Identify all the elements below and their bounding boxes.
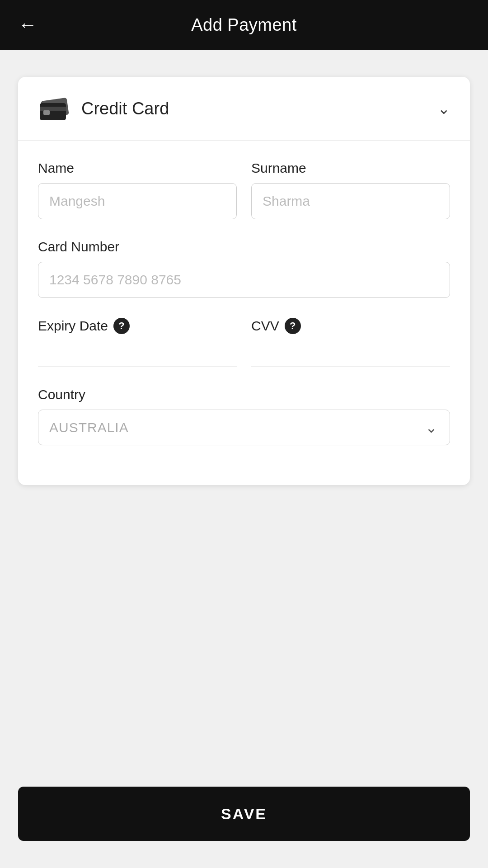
page-title: Add Payment	[191, 15, 297, 35]
credit-card-icon	[38, 97, 69, 120]
surname-group: Surname	[251, 160, 450, 219]
expiry-help-icon[interactable]: ?	[113, 318, 130, 334]
card-type-label: Credit Card	[81, 99, 169, 118]
form-section: Name Surname Card Number Expiry Date	[18, 141, 470, 485]
name-surname-row: Name Surname	[38, 160, 450, 219]
main-content: Credit Card ⌄ Name Surname Card Number	[0, 50, 488, 576]
cvv-label-row: CVV ?	[251, 318, 450, 334]
expiry-date-group: Expiry Date ?	[38, 318, 237, 367]
name-group: Name	[38, 160, 237, 219]
expiry-date-label: Expiry Date	[38, 318, 108, 334]
cvv-help-icon[interactable]: ?	[285, 318, 301, 334]
cvv-input[interactable]	[251, 341, 450, 367]
payment-card: Credit Card ⌄ Name Surname Card Number	[18, 77, 470, 485]
country-label: Country	[38, 387, 450, 402]
card-type-chevron-icon[interactable]: ⌄	[437, 99, 450, 118]
back-arrow-icon: ←	[18, 14, 37, 36]
card-number-group: Card Number	[38, 239, 450, 298]
name-input[interactable]	[38, 183, 237, 219]
expiry-cvv-row: Expiry Date ? CVV ?	[38, 318, 450, 367]
expiry-date-input[interactable]	[38, 341, 237, 367]
cvv-label: CVV	[251, 318, 279, 334]
name-label: Name	[38, 160, 237, 176]
country-group: Country AUSTRALIA UNITED STATES UNITED K…	[38, 387, 450, 445]
surname-input[interactable]	[251, 183, 450, 219]
surname-label: Surname	[251, 160, 450, 176]
save-button-container: SAVE	[0, 787, 488, 868]
help-question-mark: ?	[118, 320, 124, 332]
country-select[interactable]: AUSTRALIA UNITED STATES UNITED KINGDOM C…	[38, 410, 450, 445]
back-button[interactable]: ←	[18, 14, 37, 36]
expiry-label-row: Expiry Date ?	[38, 318, 237, 334]
cvv-group: CVV ?	[251, 318, 450, 367]
country-select-wrapper: AUSTRALIA UNITED STATES UNITED KINGDOM C…	[38, 410, 450, 445]
header: ← Add Payment	[0, 0, 488, 50]
save-button[interactable]: SAVE	[18, 787, 470, 841]
card-type-header[interactable]: Credit Card ⌄	[18, 77, 470, 141]
cvv-help-question-mark: ?	[290, 320, 296, 332]
card-number-input[interactable]	[38, 262, 450, 298]
card-number-label: Card Number	[38, 239, 450, 255]
svg-rect-3	[43, 110, 50, 115]
card-type-left: Credit Card	[38, 97, 169, 120]
